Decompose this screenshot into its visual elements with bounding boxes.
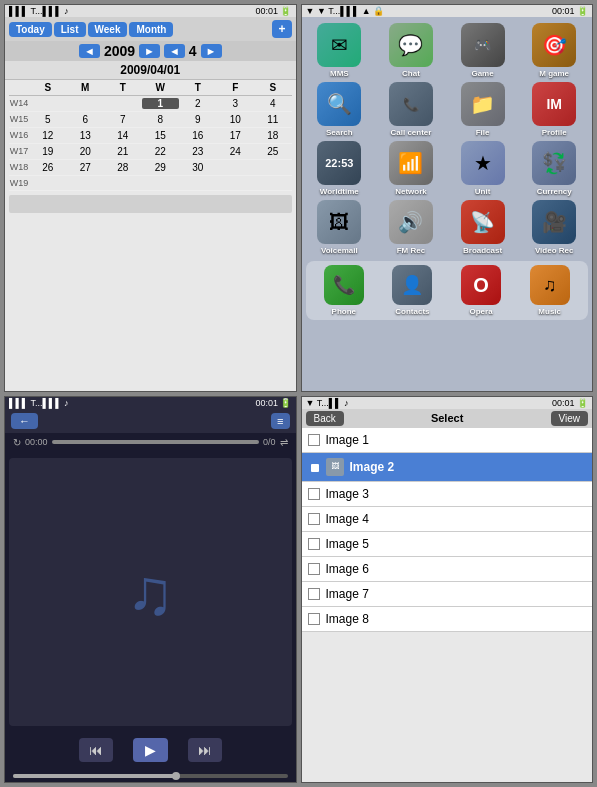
checkbox-3[interactable] xyxy=(308,488,320,500)
selected-date: 2009/04/01 xyxy=(5,61,296,80)
app-mms[interactable]: ✉ MMS xyxy=(306,23,374,78)
checkbox-8[interactable] xyxy=(308,613,320,625)
app-currency[interactable]: 💱 Currency xyxy=(520,141,588,196)
unit-label: Unit xyxy=(475,187,491,196)
list-item[interactable]: Image 3 xyxy=(302,482,593,507)
tab-month[interactable]: Month xyxy=(129,22,173,37)
list-item[interactable]: Image 1 xyxy=(302,428,593,453)
app-mgame[interactable]: 🎯 M game xyxy=(520,23,588,78)
tab-week[interactable]: Week xyxy=(88,22,128,37)
screen-music: ▌▌▌ T...▌▌▌ ♪ 00:01 🔋 ← ≡ ↻ 00:00 0/0 ⇌ … xyxy=(4,396,297,784)
list-item[interactable]: Image 6 xyxy=(302,557,593,582)
table-row: W16 12 13 14 15 16 17 18 xyxy=(9,128,292,144)
checkbox-5[interactable] xyxy=(308,538,320,550)
list-item[interactable]: Image 4 xyxy=(302,507,593,532)
dock-music[interactable]: ♫ Music xyxy=(530,265,570,316)
dock-bar: 📞 Phone 👤 Contacts O Opera ♫ Music xyxy=(306,261,589,320)
dock-contacts[interactable]: 👤 Contacts xyxy=(392,265,432,316)
app-network[interactable]: 📶 Network xyxy=(377,141,445,196)
add-event-button[interactable]: + xyxy=(272,20,291,38)
music-toolbar: ← ≡ xyxy=(5,409,296,433)
game-label: Game xyxy=(471,69,493,78)
status-bar-1: ▌▌▌ T...▌▌▌ ♪ 00:01 🔋 xyxy=(5,5,296,17)
currency-label: Currency xyxy=(537,187,572,196)
prev-track-button[interactable]: ⏮ xyxy=(79,738,113,762)
tab-today[interactable]: Today xyxy=(9,22,52,37)
image-thumb-2: 🖼 xyxy=(326,458,344,476)
prev-month-button[interactable]: ◄ xyxy=(164,44,185,58)
today-cell[interactable]: 1 xyxy=(142,98,180,109)
prev-year-button[interactable]: ◄ xyxy=(79,44,100,58)
image-label-1: Image 1 xyxy=(326,433,369,447)
dock-opera[interactable]: O Opera xyxy=(461,265,501,316)
app-chat[interactable]: 💬 Chat xyxy=(377,23,445,78)
voicemail-label: Voicemail xyxy=(321,246,358,255)
tab-list[interactable]: List xyxy=(54,22,86,37)
dock-phone[interactable]: 📞 Phone xyxy=(324,265,364,316)
app-unit[interactable]: ★ Unit xyxy=(449,141,517,196)
next-track-button[interactable]: ⏭ xyxy=(188,738,222,762)
file-icon: 📁 xyxy=(461,82,505,126)
next-month-button[interactable]: ► xyxy=(201,44,222,58)
music-back-button[interactable]: ← xyxy=(11,413,38,429)
checkbox-2[interactable] xyxy=(308,461,320,473)
app-profile[interactable]: IM Profile xyxy=(520,82,588,137)
status-left-1: ▌▌▌ T...▌▌▌ ♪ xyxy=(9,6,69,16)
voicemail-icon: 🖼 xyxy=(317,200,361,244)
app-file[interactable]: 📁 File xyxy=(449,82,517,137)
image-view-button[interactable]: View xyxy=(551,411,589,426)
track-count: 0/0 xyxy=(263,437,276,447)
calendar-toolbar: Today List Week Month + xyxy=(5,17,296,41)
app-videorec[interactable]: 🎥 Video Rec xyxy=(520,200,588,255)
next-year-button[interactable]: ► xyxy=(139,44,160,58)
day-header-f: F xyxy=(217,82,255,93)
screen-images: ▼ T...▌▌ ♪ 00:01 🔋 Back Select View Imag… xyxy=(301,396,594,784)
progress-bar-bg[interactable] xyxy=(52,440,259,444)
week-col-header xyxy=(9,82,29,93)
music-menu-button[interactable]: ≡ xyxy=(271,413,289,429)
volume-bar-bg[interactable] xyxy=(13,774,288,778)
checkbox-7[interactable] xyxy=(308,588,320,600)
chat-icon: 💬 xyxy=(389,23,433,67)
videorec-label: Video Rec xyxy=(535,246,574,255)
table-row: W15 5 6 7 8 9 10 11 xyxy=(9,112,292,128)
file-label: File xyxy=(476,128,490,137)
search-label: Search xyxy=(326,128,353,137)
image-back-button[interactable]: Back xyxy=(306,411,344,426)
chat-label: Chat xyxy=(402,69,420,78)
app-worldtime[interactable]: 22:53 Worldtime xyxy=(306,141,374,196)
app-grid: ✉ MMS 💬 Chat 🎮 Game 🎯 M game 🔍 Search 📞 … xyxy=(302,17,593,261)
list-item[interactable]: Image 7 xyxy=(302,582,593,607)
day-header-s2: S xyxy=(254,82,292,93)
fmrec-icon: 🔊 xyxy=(389,200,433,244)
status-right-1: 00:01 🔋 xyxy=(255,6,291,16)
checkbox-6[interactable] xyxy=(308,563,320,575)
image-label-2: Image 2 xyxy=(350,460,395,474)
list-item[interactable]: Image 5 xyxy=(302,532,593,557)
mgame-label: M game xyxy=(539,69,569,78)
app-voicemail[interactable]: 🖼 Voicemail xyxy=(306,200,374,255)
app-search[interactable]: 🔍 Search xyxy=(306,82,374,137)
status-left-4: ▼ T...▌▌ ♪ xyxy=(306,398,349,408)
list-item[interactable]: Image 8 xyxy=(302,607,593,632)
image-label-4: Image 4 xyxy=(326,512,369,526)
mms-icon: ✉ xyxy=(317,23,361,67)
music-icon: ♫ xyxy=(530,265,570,305)
image-label-6: Image 6 xyxy=(326,562,369,576)
checkbox-1[interactable] xyxy=(308,434,320,446)
checkbox-4[interactable] xyxy=(308,513,320,525)
image-select-button[interactable]: Select xyxy=(431,412,463,424)
app-fmrec[interactable]: 🔊 FM Rec xyxy=(377,200,445,255)
phone-icon: 📞 xyxy=(324,265,364,305)
day-header-t2: T xyxy=(179,82,217,93)
status-left-2: ▼ ▼ T...▌▌▌ ▲ 🔒 xyxy=(306,6,385,16)
status-right-4: 00:01 🔋 xyxy=(552,398,588,408)
worldtime-label: Worldtime xyxy=(320,187,359,196)
album-art: ♫ xyxy=(9,458,292,727)
list-item[interactable]: 🖼 Image 2 xyxy=(302,453,593,482)
app-broadcast[interactable]: 📡 Broadcast xyxy=(449,200,517,255)
app-callcenter[interactable]: 📞 Call center xyxy=(377,82,445,137)
app-game[interactable]: 🎮 Game xyxy=(449,23,517,78)
play-pause-button[interactable]: ▶ xyxy=(133,738,168,762)
image-label-7: Image 7 xyxy=(326,587,369,601)
